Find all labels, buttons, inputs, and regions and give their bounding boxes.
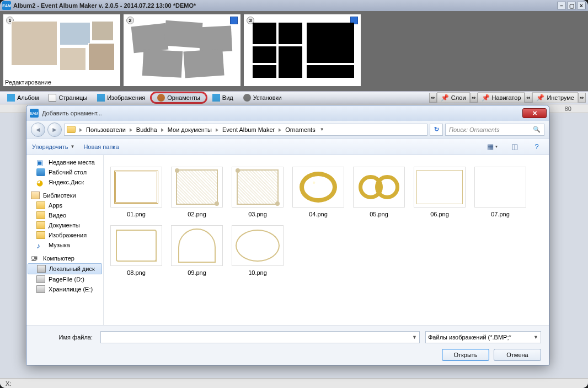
file-item[interactable]: 06.png bbox=[413, 165, 467, 219]
panel-handle[interactable]: ⇔ bbox=[470, 93, 478, 103]
sidebar-music[interactable]: ♪Музыка bbox=[26, 240, 103, 250]
page-thumb-2[interactable]: 2 bbox=[124, 14, 240, 86]
preview-pane-button[interactable]: ◫ bbox=[508, 141, 521, 152]
chevron-icon[interactable]: ▶ bbox=[129, 127, 133, 132]
chevron-icon[interactable]: ▶ bbox=[160, 127, 164, 132]
folder-icon bbox=[36, 211, 45, 219]
sidebar-apps[interactable]: Apps bbox=[26, 200, 103, 210]
refresh-button[interactable]: ↻ bbox=[430, 124, 443, 136]
sidebar-computer[interactable]: 🖳Компьютер bbox=[26, 250, 103, 263]
dialog-app-icon: EAM bbox=[30, 109, 39, 118]
toolbar-ornaments-label: Орнаменты bbox=[167, 94, 200, 101]
toolbar-ornaments[interactable]: Орнаменты bbox=[150, 92, 207, 104]
file-item[interactable]: 03.png bbox=[231, 165, 285, 219]
file-name: 03.png bbox=[248, 211, 267, 217]
sidebar-yandex-disk[interactable]: ◕Яндекс.Диск bbox=[26, 177, 103, 187]
maximize-button[interactable]: ▢ bbox=[567, 2, 576, 9]
panel-tools-label: Инструме bbox=[547, 94, 574, 101]
panel-handle[interactable]: ⇔ bbox=[578, 93, 586, 103]
file-name: 01.png bbox=[127, 211, 146, 217]
nav-forward-button[interactable]: ► bbox=[47, 123, 62, 137]
chevron-icon[interactable]: ▶ bbox=[79, 127, 83, 132]
file-item[interactable]: 08.png bbox=[109, 224, 163, 278]
breadcrumb-segment[interactable]: Ornaments bbox=[283, 126, 317, 133]
panel-navigator[interactable]: 📌Навигатор bbox=[478, 92, 525, 103]
toolbar-settings-label: Установки bbox=[253, 94, 282, 101]
file-name: 02.png bbox=[188, 211, 206, 217]
file-item[interactable]: 07.png bbox=[473, 165, 527, 219]
toolbar-settings[interactable]: Установки bbox=[238, 92, 287, 103]
page-thumb-1[interactable]: 1 Редактирование bbox=[3, 14, 120, 86]
file-item[interactable]: 05.png bbox=[352, 165, 406, 219]
organize-menu[interactable]: Упорядочить▼ bbox=[32, 143, 74, 150]
panel-tools[interactable]: 📌Инструме bbox=[532, 92, 578, 103]
sidebar-libraries[interactable]: Библиотеки bbox=[26, 187, 103, 200]
file-item[interactable]: 10.png bbox=[231, 224, 285, 278]
breadcrumb-segment[interactable]: Buddha bbox=[134, 126, 159, 133]
chevron-down-icon[interactable]: ▼ bbox=[533, 334, 538, 340]
cancel-button[interactable]: Отмена bbox=[494, 349, 541, 361]
panel-layers[interactable]: 📌Слои bbox=[437, 92, 470, 103]
recent-icon: ▣ bbox=[36, 158, 45, 166]
computer-icon: 🖳 bbox=[31, 254, 40, 262]
toolbar-pages[interactable]: Страницы bbox=[44, 92, 92, 103]
sidebar-video[interactable]: Видео bbox=[26, 210, 103, 220]
toolbar-album[interactable]: Альбом bbox=[2, 92, 44, 103]
chevron-icon[interactable]: ▶ bbox=[215, 127, 220, 132]
breadcrumb-segment[interactable]: Event Album Maker bbox=[220, 126, 277, 133]
status-bar: X: bbox=[0, 378, 588, 388]
sidebar-documents[interactable]: Документы bbox=[26, 220, 103, 230]
page-caption: Редактирование bbox=[3, 78, 120, 86]
filetype-label: Файлы изображений (*.BMP;* bbox=[428, 334, 511, 341]
page-thumb-3[interactable]: 3 bbox=[244, 14, 361, 86]
dialog-title: Добавить орнамент... bbox=[42, 110, 522, 116]
panel-navigator-label: Навигатор bbox=[492, 94, 521, 101]
status-x: X: bbox=[6, 380, 11, 387]
filename-input[interactable]: ▼ bbox=[100, 331, 420, 343]
view-mode-button[interactable]: ▦▼ bbox=[486, 141, 499, 152]
breadcrumb-segment[interactable]: Мои документы bbox=[165, 126, 214, 133]
music-icon: ♪ bbox=[36, 241, 45, 249]
images-icon bbox=[97, 94, 105, 102]
nav-back-button[interactable]: ◄ bbox=[31, 123, 45, 137]
panel-handle[interactable]: ⇔ bbox=[525, 93, 532, 103]
sidebar-desktop[interactable]: Рабочий стол bbox=[26, 167, 103, 177]
app-logo: EAM bbox=[2, 1, 11, 10]
file-item[interactable]: 02.png bbox=[170, 165, 224, 219]
search-icon[interactable]: 🔍 bbox=[533, 126, 541, 133]
file-item[interactable]: 04.png bbox=[291, 165, 345, 219]
chevron-icon[interactable]: ▶ bbox=[278, 127, 282, 132]
path-dropdown[interactable]: ▼ bbox=[318, 127, 327, 132]
sidebar-local-disk[interactable]: Локальный диск bbox=[28, 263, 102, 274]
sidebar-pagefile[interactable]: PageFile (D:) bbox=[26, 274, 103, 284]
toolbar-images[interactable]: Изображения bbox=[92, 92, 150, 103]
chevron-down-icon[interactable]: ▼ bbox=[412, 334, 417, 340]
file-name: 08.png bbox=[127, 269, 146, 276]
toolbar-album-label: Альбом bbox=[17, 94, 39, 101]
sidebar-storage[interactable]: Хранилище (E:) bbox=[26, 284, 103, 294]
breadcrumb[interactable]: ▶ Пользователи ▶ Buddha ▶ Мои документы … bbox=[64, 124, 427, 136]
minimize-button[interactable]: – bbox=[557, 2, 566, 9]
filetype-select[interactable]: Файлы изображений (*.BMP;*▼ bbox=[425, 331, 541, 343]
close-button[interactable]: × bbox=[577, 2, 586, 9]
sidebar-images[interactable]: Изображения bbox=[26, 230, 103, 240]
filename-label: Имя файла: bbox=[34, 334, 95, 341]
panel-handle[interactable]: ⇔ bbox=[429, 93, 437, 103]
toolbar-view[interactable]: Вид bbox=[207, 92, 238, 103]
new-folder-button[interactable]: Новая папка bbox=[83, 143, 119, 150]
toolbar-pages-label: Страницы bbox=[58, 94, 87, 101]
dialog-close-button[interactable]: ✕ bbox=[522, 108, 547, 118]
file-name: 10.png bbox=[248, 269, 267, 276]
breadcrumb-segment[interactable]: Пользователи bbox=[84, 126, 128, 133]
file-item[interactable]: 01.png bbox=[109, 165, 163, 219]
toolbar-view-label: Вид bbox=[222, 94, 233, 101]
folder-icon bbox=[36, 201, 45, 209]
open-button[interactable]: Открыть bbox=[442, 349, 489, 361]
sidebar-recent[interactable]: ▣Недавние места bbox=[26, 157, 103, 167]
search-input[interactable]: Поиск: Ornaments 🔍 bbox=[445, 124, 544, 136]
help-button[interactable]: ? bbox=[530, 141, 543, 152]
file-name: 07.png bbox=[491, 211, 510, 217]
file-item[interactable]: 09.png bbox=[170, 224, 224, 278]
drive-icon bbox=[36, 275, 45, 283]
ruler-mark: 80 bbox=[565, 105, 571, 112]
